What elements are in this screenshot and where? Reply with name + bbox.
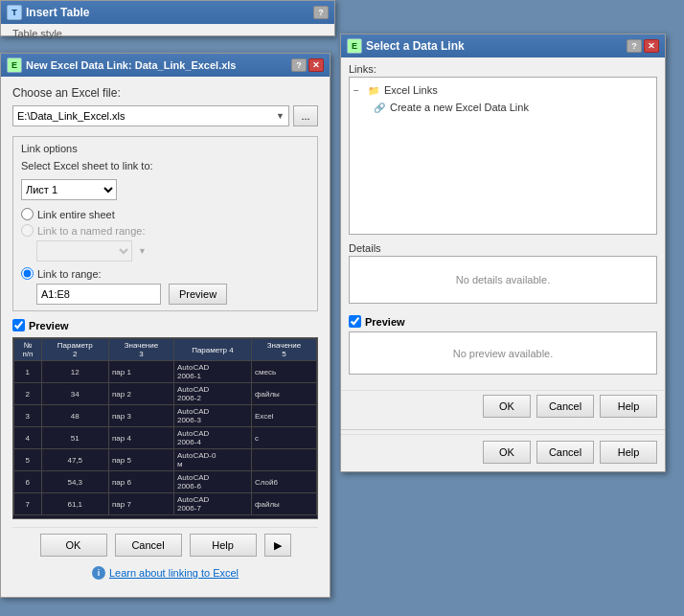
help-link[interactable]: Learn about linking to Excel [109,567,239,579]
sdl-help-titlebar-btn[interactable]: ? [627,39,642,53]
named-range-arrow: ▼ [138,246,147,256]
insert-table-title: Insert Table [26,6,89,19]
browse-button[interactable]: ... [293,105,318,126]
create-new-label: Create a new Excel Data Link [390,102,529,113]
table-style-label: Table style [1,24,334,35]
select-datalink-titlebar: E Select a Data Link ? ✕ [341,34,665,57]
links-label: Links: [341,57,665,77]
select-datalink-title: Select a Data Link [366,39,465,53]
sdl-main-cancel-btn[interactable]: Cancel [536,441,594,464]
table-row: 1 12 пар 1 AutoCAD2006-1 смесь [14,361,317,383]
col-header-4: Параметр 4 [173,339,251,361]
sheet-dropdown[interactable]: Лист 1 [21,179,117,200]
table-row: 2 34 пар 2 AutoCAD2006-2 файлы [14,383,317,405]
details-text: No details available. [456,274,550,285]
preview-table-wrapper: №п/п Параметр2 Значение3 Параметр 4 Знач… [12,337,318,519]
table-row: 6 54,3 пар 6 AutoCAD2006-6 Слой6 [14,471,317,493]
file-row: E:\Data_Link_Excel.xls ▼ ... [12,105,318,126]
tree-item-create-new[interactable]: 🔗 Create a new Excel Data Link [373,99,652,116]
add-link-icon: 🔗 [373,101,386,114]
link-named-range-label: Link to a named range: [37,225,146,237]
sdl-preview-check-row: Preview [349,315,657,328]
ok-button[interactable]: OK [40,534,107,557]
link-range-radio[interactable] [21,267,34,280]
link-range-label[interactable]: Link to range: [37,268,102,280]
insert-table-window: T Insert Table ? Table style [0,0,335,36]
details-section: Details No details available. [341,242,665,315]
sdl-preview-checkbox[interactable] [349,315,361,328]
help-button[interactable]: Help [190,534,257,557]
sdl-preview-label[interactable]: Preview [365,316,405,328]
table-row: 7 61,1 пар 7 AutoCAD2006-7 файлы [14,493,317,515]
range-input[interactable]: A1:E8 [36,284,161,305]
details-label: Details [349,242,657,254]
preview-checkbox-label[interactable]: Preview [29,320,69,331]
details-box: No details available. [349,256,657,304]
preview-checkbox-row: Preview [12,319,318,331]
file-path-text: E:\Data_Link_Excel.xls [17,110,125,122]
tree-children: 🔗 Create a new Excel Data Link [353,99,652,116]
choose-file-label: Choose an Excel file: [12,86,318,100]
preview-button[interactable]: Preview [169,284,227,305]
table-row: 3 48 пар 3 AutoCAD2006-3 Excel [14,405,317,427]
select-datalink-window: E Select a Data Link ? ✕ Links: − 📁 Exce… [340,34,666,472]
excel-link-close-btn[interactable]: ✕ [308,58,324,72]
info-icon: i [92,566,105,580]
col-header-2: Параметр2 [41,339,108,361]
excel-link-help-btn[interactable]: ? [291,58,307,72]
table-row: 4 51 пар 4 AutoCAD2006-4 с [14,427,317,449]
tree-item-excel-links[interactable]: − 📁 Excel Links [353,81,652,99]
link-named-range-row: Link to a named range: [21,224,309,237]
new-excel-link-title: New Excel Data Link: Data_Link_Excel.xls [26,59,237,71]
table-row: 5 47,5 пар 5 AutoCAD-0м [14,449,317,471]
sdl-inner-buttons: OK Cancel Help [341,390,665,425]
sheet-select-row: Select Excel sheet to link to: [21,160,309,171]
select-sheet-label: Select Excel sheet to link to: [21,160,153,171]
named-range-row: ▼ [21,240,309,262]
divider [341,429,665,430]
sdl-help-btn[interactable]: Help [600,395,657,418]
sdl-main-help-btn[interactable]: Help [600,441,657,464]
link-entire-label[interactable]: Link entire sheet [37,209,115,220]
select-datalink-icon: E [347,38,362,54]
link-options-label: Link options [21,143,309,154]
sdl-cancel-btn[interactable]: Cancel [536,395,594,418]
sdl-preview-text: No preview available. [453,348,554,359]
excel-link-icon: E [7,57,22,73]
insert-table-titlebar: T Insert Table ? [1,1,334,24]
preview-table: №п/п Параметр2 Значение3 Параметр 4 Знач… [13,338,317,515]
insert-table-icon: T [7,5,22,20]
sdl-close-btn[interactable]: ✕ [644,39,659,53]
file-dropdown-arrow[interactable]: ▼ [276,111,285,121]
link-entire-radio[interactable] [21,208,34,220]
col-header-1: №п/п [14,339,42,361]
excel-links-label: Excel Links [384,84,438,96]
links-tree: − 📁 Excel Links 🔗 Create a new Excel Dat… [349,77,657,235]
help-link-row: i Learn about linking to Excel [12,562,318,587]
sdl-preview-box: No preview available. [349,331,657,375]
link-to-range-row: Link to range: [21,267,309,280]
preview-section: Preview No preview available. [341,315,665,390]
insert-table-help-btn[interactable]: ? [313,6,329,19]
range-input-row: A1:E8 Preview [21,284,309,305]
named-range-dropdown[interactable] [36,240,132,262]
cancel-button[interactable]: Cancel [115,534,182,557]
preview-checkbox[interactable] [12,319,25,331]
new-excel-link-dialog: E New Excel Data Link: Data_Link_Excel.x… [0,53,331,598]
sdl-main-ok-btn[interactable]: OK [483,441,531,464]
link-named-range-radio[interactable] [21,224,34,237]
folder-icon: 📁 [367,83,380,97]
sdl-main-buttons: OK Cancel Help [341,434,665,471]
new-excel-link-titlebar: E New Excel Data Link: Data_Link_Excel.x… [1,54,330,77]
col-header-3: Значение3 [108,339,173,361]
sdl-ok-btn[interactable]: OK [483,395,531,418]
link-options-frame: Link options Select Excel sheet to link … [12,136,318,311]
link-entire-sheet-row: Link entire sheet [21,208,309,220]
col-header-5: Значение5 [251,339,316,361]
tree-expand-icon: − [353,85,363,96]
arrow-button[interactable]: ▶ [264,534,291,557]
bottom-buttons: OK Cancel Help ▶ [12,527,318,562]
